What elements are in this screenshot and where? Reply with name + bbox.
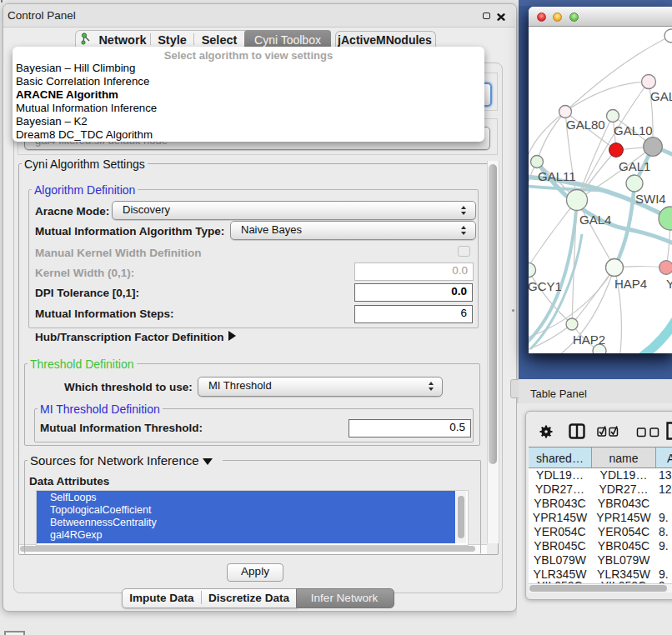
svg-text:GAL10: GAL10 xyxy=(614,123,653,138)
svg-text:SWI4: SWI4 xyxy=(635,192,666,206)
svg-text:GAL1: GAL1 xyxy=(619,159,650,173)
svg-text:GAL80: GAL80 xyxy=(566,118,605,132)
svg-text:GAL4: GAL4 xyxy=(579,212,611,227)
svg-text:GAL: GAL xyxy=(650,89,672,103)
svg-text:HAP2: HAP2 xyxy=(573,332,605,347)
svg-text:Y: Y xyxy=(666,277,672,291)
svg-text:HAP4: HAP4 xyxy=(614,277,647,291)
svg-text:GAL11: GAL11 xyxy=(538,169,576,183)
svg-text:GCY1: GCY1 xyxy=(529,279,562,293)
